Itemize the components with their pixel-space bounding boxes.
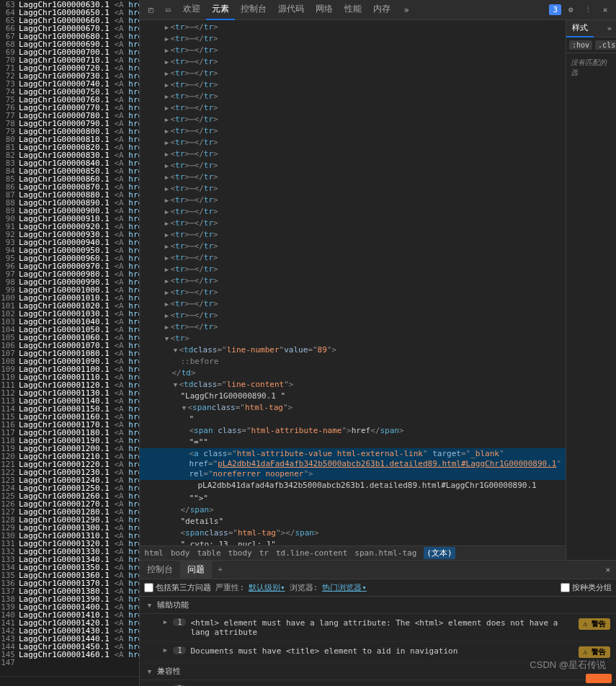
tree-node-tr[interactable]: ▶<tr> ⋯ </tr> bbox=[140, 229, 566, 241]
editor-line[interactable]: 69LaggChr1G00000700.1 <A href="pLA2dbb41… bbox=[0, 48, 139, 55]
editor-line[interactable]: 66LaggChr1G00000670.1 <A href="pLA2dbb41… bbox=[0, 24, 139, 32]
settings-icon[interactable]: ⚙ bbox=[563, 2, 579, 18]
tree-node-tr[interactable]: ▶<tr> ⋯ </tr> bbox=[140, 160, 566, 172]
tree-node-tr[interactable]: ▶<tr> ⋯ </tr> bbox=[140, 79, 566, 91]
editor-line[interactable]: 124LaggChr1G00001250.1 <A href="pLA2dbb4… bbox=[0, 484, 139, 491]
editor-line[interactable]: 143LaggChr1G00001440.1 <A href="pLA2dbb4… bbox=[0, 634, 139, 642]
tree-node-tr[interactable]: ▶<tr> ⋯ </tr> bbox=[140, 287, 566, 298]
browser-dropdown[interactable]: 热门浏览器▾ bbox=[322, 582, 367, 593]
cls-toggle[interactable]: .cls bbox=[595, 40, 616, 50]
editor-line[interactable]: 116LaggChr1G00001170.1 <A href="pLA2dbb4… bbox=[0, 420, 139, 428]
styles-more-icon[interactable]: » bbox=[602, 24, 616, 33]
tree-node-td[interactable]: ▼<td class="line-number" value="89"> bbox=[140, 344, 566, 356]
tree-node-tr[interactable]: ▶<tr> ⋯ </tr> bbox=[140, 114, 566, 125]
issue-item[interactable]: ▶1A 'viewport' meta element was not spec… bbox=[140, 680, 616, 686]
editor-line[interactable]: 65LaggChr1G00000660.1 <A href="pLA2dbb41… bbox=[0, 16, 139, 24]
editor-line[interactable]: 95LaggChr1G00000960.1 <A href="pLA2dbb41… bbox=[0, 254, 139, 262]
breadcrumb-item[interactable]: span.html-tag bbox=[354, 548, 416, 558]
issue-section[interactable]: ▼辅助功能 bbox=[140, 597, 616, 614]
editor-line[interactable]: 122LaggChr1G00001230.1 <A href="pLA2dbb4… bbox=[0, 468, 139, 476]
editor-line[interactable]: 81LaggChr1G00000820.1 <A href="pLA2dbb41… bbox=[0, 143, 139, 151]
editor-line[interactable]: 67LaggChr1G00000680.1 <A href="pLA2dbb41… bbox=[0, 32, 139, 40]
tree-node-tr[interactable]: ▶<tr> ⋯ </tr> bbox=[140, 218, 566, 229]
editor-line[interactable]: 97LaggChr1G00000980.1 <A href="pLA2dbb41… bbox=[0, 270, 139, 277]
breadcrumb-item[interactable]: tr bbox=[259, 548, 269, 558]
tree-node-tr-expanded[interactable]: ▼<tr> bbox=[140, 333, 566, 344]
add-tab-icon[interactable]: + bbox=[213, 563, 227, 576]
editor-line[interactable]: 72LaggChr1G00000730.1 <A href="pLA2dbb41… bbox=[0, 71, 139, 79]
editor-line[interactable]: 99LaggChr1G00001000.1 <A href="pLA2dbb41… bbox=[0, 285, 139, 293]
editor-line[interactable]: 89LaggChr1G00000900.1 <A href="pLA2dbb41… bbox=[0, 206, 139, 214]
editor-lines[interactable]: 63LaggChr1G00000630.1 <A href="pLA2dbb41… bbox=[0, 0, 139, 676]
editor-line[interactable]: 115LaggChr1G00001160.1 <A href="pLA2dbb4… bbox=[0, 412, 139, 420]
editor-line[interactable]: 140LaggChr1G00001410.1 <A href="pLA2dbb4… bbox=[0, 610, 139, 618]
editor-line[interactable]: 130LaggChr1G00001310.1 <A href="pLA2dbb4… bbox=[0, 531, 139, 539]
editor-line[interactable]: 135LaggChr1G00001360.1 <A href="pLA2dbb4… bbox=[0, 571, 139, 579]
tree-node-tr[interactable]: ▶<tr> ⋯ </tr> bbox=[140, 91, 566, 102]
devtools-tab-欢迎[interactable]: 欢迎 bbox=[177, 0, 206, 20]
editor-line[interactable]: 112LaggChr1G00001130.1 <A href="pLA2dbb4… bbox=[0, 388, 139, 396]
tree-node-tr[interactable]: ▶<tr> ⋯ </tr> bbox=[140, 264, 566, 275]
editor-line[interactable]: 114LaggChr1G00001150.1 <A href="pLA2dbb4… bbox=[0, 404, 139, 412]
editor-line[interactable]: 134LaggChr1G00001350.1 <A href="pLA2dbb4… bbox=[0, 563, 139, 571]
editor-line[interactable]: 105LaggChr1G00001060.1 <A href="pLA2dbb4… bbox=[0, 333, 139, 341]
close-icon[interactable]: ✕ bbox=[597, 2, 613, 18]
devtools-tab-内存[interactable]: 内存 bbox=[367, 0, 396, 20]
issue-badge[interactable]: 3 bbox=[549, 4, 561, 15]
editor-line[interactable]: 144LaggChr1G00001450.1 <A href="pLA2dbb4… bbox=[0, 642, 139, 650]
tree-node-tr[interactable]: ▶<tr> ⋯ </tr> bbox=[140, 22, 566, 33]
editor-line[interactable]: 138LaggChr1G00001390.1 <A href="pLA2dbb4… bbox=[0, 594, 139, 602]
breadcrumb-item[interactable]: body bbox=[171, 548, 190, 558]
editor-line[interactable]: 132LaggChr1G00001330.1 <A href="pLA2dbb4… bbox=[0, 547, 139, 555]
editor-line[interactable]: 119LaggChr1G00001200.1 <A href="pLA2dbb4… bbox=[0, 444, 139, 452]
editor-line[interactable]: 118LaggChr1G00001190.1 <A href="pLA2dbb4… bbox=[0, 436, 139, 444]
editor-line[interactable]: 68LaggChr1G00000690.1 <A href="pLA2dbb41… bbox=[0, 40, 139, 48]
tree-node-tr[interactable]: ▶<tr> ⋯ </tr> bbox=[140, 125, 566, 137]
styles-tab[interactable]: 样式 bbox=[566, 20, 594, 37]
editor-line[interactable]: 71LaggChr1G00000720.1 <A href="pLA2dbb41… bbox=[0, 63, 139, 71]
tree-text[interactable]: "details" bbox=[140, 516, 566, 527]
tree-text[interactable]: "LaggChr1G00000890.1 " bbox=[140, 391, 566, 402]
editor-line[interactable]: 96LaggChr1G00000970.1 <A href="pLA2dbb41… bbox=[0, 262, 139, 270]
console-tab-控制台[interactable]: 控制台 bbox=[140, 560, 180, 579]
tree-node-tr[interactable]: ▶<tr> ⋯ </tr> bbox=[140, 275, 566, 287]
editor-line[interactable]: 103LaggChr1G00001040.1 <A href="pLA2dbb4… bbox=[0, 317, 139, 325]
hov-toggle[interactable]: :hov bbox=[569, 40, 592, 50]
tree-node-tr[interactable]: ▶<tr> ⋯ </tr> bbox=[140, 298, 566, 310]
editor-line[interactable]: 139LaggChr1G00001400.1 <A href="pLA2dbb4… bbox=[0, 602, 139, 610]
editor-line[interactable]: 74LaggChr1G00000750.1 <A href="pLA2dbb41… bbox=[0, 87, 139, 95]
console-tab-问题[interactable]: 问题 bbox=[180, 560, 212, 579]
issue-item[interactable]: ▶1<html> element must have a lang attrib… bbox=[140, 614, 616, 642]
device-icon[interactable]: ▭ bbox=[160, 2, 176, 18]
editor-line[interactable]: 92LaggChr1G00000930.1 <A href="pLA2dbb41… bbox=[0, 230, 139, 238]
tree-text[interactable]: "">" bbox=[140, 493, 566, 504]
tree-node-link[interactable]: <a class="html-attribute-value html-exte… bbox=[140, 448, 566, 480]
editor-line[interactable]: 109LaggChr1G00001100.1 <A href="pLA2dbb4… bbox=[0, 365, 139, 373]
editor-line[interactable]: 120LaggChr1G00001210.1 <A href="pLA2dbb4… bbox=[0, 452, 139, 460]
editor-line[interactable]: 77LaggChr1G00000780.1 <A href="pLA2dbb41… bbox=[0, 111, 139, 119]
breadcrumb-item[interactable]: td.line-content bbox=[276, 548, 347, 558]
tree-node-td-close[interactable]: </td> bbox=[140, 368, 566, 379]
devtools-tab-源代码[interactable]: 源代码 bbox=[272, 0, 310, 20]
editor-line[interactable]: 141LaggChr1G00001420.1 <A href="pLA2dbb4… bbox=[0, 618, 139, 626]
tree-text[interactable]: "="" bbox=[140, 437, 566, 448]
editor-line[interactable]: 80LaggChr1G00000810.1 <A href="pLA2dbb41… bbox=[0, 135, 139, 143]
more-tabs[interactable]: » bbox=[398, 1, 414, 19]
editor-line[interactable]: 127LaggChr1G00001280.1 <A href="pLA2dbb4… bbox=[0, 507, 139, 515]
tree-node-span2[interactable]: <span class="html-tag"></span> bbox=[140, 527, 566, 539]
editor-line[interactable]: 131LaggChr1G00001320.1 <A href="pLA2dbb4… bbox=[0, 539, 139, 547]
editor-line[interactable]: 136LaggChr1G00001370.1 <A href="pLA2dbb4… bbox=[0, 579, 139, 587]
breadcrumb-item[interactable]: table bbox=[197, 548, 220, 558]
tree-node-tr[interactable]: ▶<tr> ⋯ </tr> bbox=[140, 45, 566, 56]
editor-line[interactable]: 101LaggChr1G00001020.1 <A href="pLA2dbb4… bbox=[0, 301, 139, 309]
tree-node-tr[interactable]: ▶<tr> ⋯ </tr> bbox=[140, 172, 566, 183]
devtools-tab-网络[interactable]: 网络 bbox=[310, 0, 339, 20]
inspect-icon[interactable]: ◰ bbox=[143, 2, 159, 18]
editor-line[interactable]: 82LaggChr1G00000830.1 <A href="pLA2dbb41… bbox=[0, 151, 139, 159]
console-close-icon[interactable]: ✕ bbox=[599, 565, 616, 574]
customize-icon[interactable]: ⋮ bbox=[580, 2, 596, 18]
editor-line[interactable]: 76LaggChr1G00000770.1 <A href="pLA2dbb41… bbox=[0, 103, 139, 111]
editor-line[interactable]: 100LaggChr1G00001010.1 <A href="pLA2dbb4… bbox=[0, 293, 139, 301]
editor-line[interactable]: 128LaggChr1G00001290.1 <A href="pLA2dbb4… bbox=[0, 515, 139, 523]
tree-node-tr[interactable]: ▶<tr> ⋯ </tr> bbox=[140, 321, 566, 333]
